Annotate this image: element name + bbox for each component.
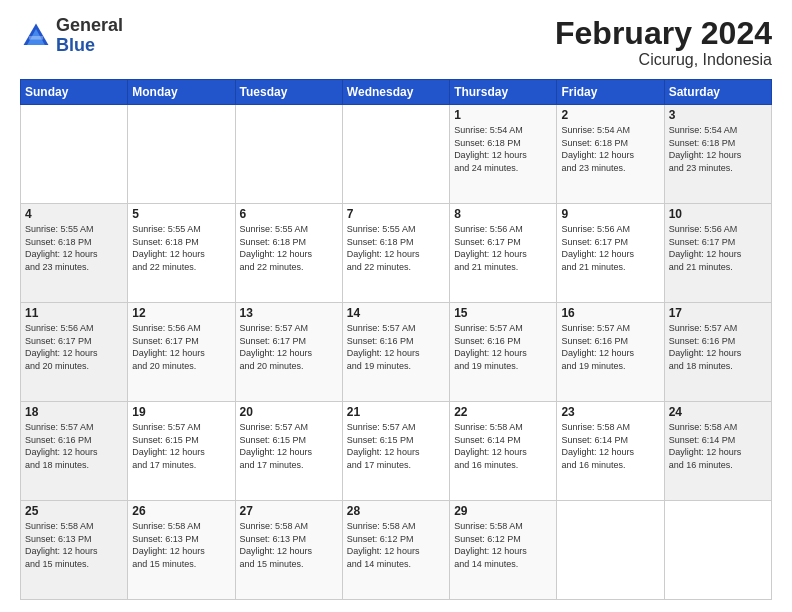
calendar-title: February 2024 (555, 16, 772, 51)
day-info: Sunrise: 5:55 AM Sunset: 6:18 PM Dayligh… (132, 223, 230, 273)
day-info: Sunrise: 5:57 AM Sunset: 6:16 PM Dayligh… (25, 421, 123, 471)
calendar-cell: 15Sunrise: 5:57 AM Sunset: 6:16 PM Dayli… (450, 303, 557, 402)
header-day-saturday: Saturday (664, 80, 771, 105)
day-info: Sunrise: 5:55 AM Sunset: 6:18 PM Dayligh… (25, 223, 123, 273)
calendar-cell: 5Sunrise: 5:55 AM Sunset: 6:18 PM Daylig… (128, 204, 235, 303)
day-info: Sunrise: 5:57 AM Sunset: 6:15 PM Dayligh… (132, 421, 230, 471)
day-info: Sunrise: 5:57 AM Sunset: 6:17 PM Dayligh… (240, 322, 338, 372)
logo-text: General Blue (56, 16, 123, 56)
day-number: 13 (240, 306, 338, 320)
calendar-cell: 28Sunrise: 5:58 AM Sunset: 6:12 PM Dayli… (342, 501, 449, 600)
calendar-cell: 3Sunrise: 5:54 AM Sunset: 6:18 PM Daylig… (664, 105, 771, 204)
calendar-cell: 20Sunrise: 5:57 AM Sunset: 6:15 PM Dayli… (235, 402, 342, 501)
calendar-cell: 12Sunrise: 5:56 AM Sunset: 6:17 PM Dayli… (128, 303, 235, 402)
calendar-cell: 24Sunrise: 5:58 AM Sunset: 6:14 PM Dayli… (664, 402, 771, 501)
day-number: 29 (454, 504, 552, 518)
day-info: Sunrise: 5:57 AM Sunset: 6:16 PM Dayligh… (347, 322, 445, 372)
day-info: Sunrise: 5:56 AM Sunset: 6:17 PM Dayligh… (132, 322, 230, 372)
day-number: 27 (240, 504, 338, 518)
day-info: Sunrise: 5:58 AM Sunset: 6:14 PM Dayligh… (454, 421, 552, 471)
calendar-header: SundayMondayTuesdayWednesdayThursdayFrid… (21, 80, 772, 105)
day-number: 16 (561, 306, 659, 320)
day-info: Sunrise: 5:56 AM Sunset: 6:17 PM Dayligh… (454, 223, 552, 273)
day-info: Sunrise: 5:58 AM Sunset: 6:12 PM Dayligh… (454, 520, 552, 570)
day-info: Sunrise: 5:55 AM Sunset: 6:18 PM Dayligh… (240, 223, 338, 273)
day-number: 22 (454, 405, 552, 419)
day-number: 26 (132, 504, 230, 518)
week-row-5: 25Sunrise: 5:58 AM Sunset: 6:13 PM Dayli… (21, 501, 772, 600)
calendar-cell: 27Sunrise: 5:58 AM Sunset: 6:13 PM Dayli… (235, 501, 342, 600)
calendar-cell: 1Sunrise: 5:54 AM Sunset: 6:18 PM Daylig… (450, 105, 557, 204)
day-number: 5 (132, 207, 230, 221)
calendar-cell: 14Sunrise: 5:57 AM Sunset: 6:16 PM Dayli… (342, 303, 449, 402)
day-info: Sunrise: 5:58 AM Sunset: 6:14 PM Dayligh… (561, 421, 659, 471)
day-number: 18 (25, 405, 123, 419)
day-info: Sunrise: 5:54 AM Sunset: 6:18 PM Dayligh… (669, 124, 767, 174)
header-day-monday: Monday (128, 80, 235, 105)
day-number: 23 (561, 405, 659, 419)
calendar-cell: 7Sunrise: 5:55 AM Sunset: 6:18 PM Daylig… (342, 204, 449, 303)
day-info: Sunrise: 5:58 AM Sunset: 6:13 PM Dayligh… (132, 520, 230, 570)
calendar-cell: 10Sunrise: 5:56 AM Sunset: 6:17 PM Dayli… (664, 204, 771, 303)
header-day-tuesday: Tuesday (235, 80, 342, 105)
logo-blue: Blue (56, 35, 95, 55)
calendar-cell: 21Sunrise: 5:57 AM Sunset: 6:15 PM Dayli… (342, 402, 449, 501)
calendar-table: SundayMondayTuesdayWednesdayThursdayFrid… (20, 79, 772, 600)
calendar-cell (664, 501, 771, 600)
calendar-cell: 23Sunrise: 5:58 AM Sunset: 6:14 PM Dayli… (557, 402, 664, 501)
day-info: Sunrise: 5:55 AM Sunset: 6:18 PM Dayligh… (347, 223, 445, 273)
calendar-cell: 11Sunrise: 5:56 AM Sunset: 6:17 PM Dayli… (21, 303, 128, 402)
day-number: 28 (347, 504, 445, 518)
header-day-sunday: Sunday (21, 80, 128, 105)
day-info: Sunrise: 5:56 AM Sunset: 6:17 PM Dayligh… (25, 322, 123, 372)
calendar-cell (128, 105, 235, 204)
calendar-cell: 16Sunrise: 5:57 AM Sunset: 6:16 PM Dayli… (557, 303, 664, 402)
day-number: 25 (25, 504, 123, 518)
day-number: 24 (669, 405, 767, 419)
calendar-cell: 19Sunrise: 5:57 AM Sunset: 6:15 PM Dayli… (128, 402, 235, 501)
day-info: Sunrise: 5:58 AM Sunset: 6:13 PM Dayligh… (240, 520, 338, 570)
calendar-cell (21, 105, 128, 204)
day-number: 12 (132, 306, 230, 320)
day-number: 10 (669, 207, 767, 221)
calendar-cell: 9Sunrise: 5:56 AM Sunset: 6:17 PM Daylig… (557, 204, 664, 303)
day-number: 1 (454, 108, 552, 122)
week-row-3: 11Sunrise: 5:56 AM Sunset: 6:17 PM Dayli… (21, 303, 772, 402)
title-block: February 2024 Cicurug, Indonesia (555, 16, 772, 69)
header-day-friday: Friday (557, 80, 664, 105)
day-number: 20 (240, 405, 338, 419)
day-info: Sunrise: 5:57 AM Sunset: 6:15 PM Dayligh… (347, 421, 445, 471)
header-day-thursday: Thursday (450, 80, 557, 105)
day-info: Sunrise: 5:58 AM Sunset: 6:12 PM Dayligh… (347, 520, 445, 570)
week-row-2: 4Sunrise: 5:55 AM Sunset: 6:18 PM Daylig… (21, 204, 772, 303)
calendar-body: 1Sunrise: 5:54 AM Sunset: 6:18 PM Daylig… (21, 105, 772, 600)
calendar-cell (557, 501, 664, 600)
calendar-cell: 25Sunrise: 5:58 AM Sunset: 6:13 PM Dayli… (21, 501, 128, 600)
day-number: 3 (669, 108, 767, 122)
calendar-cell: 8Sunrise: 5:56 AM Sunset: 6:17 PM Daylig… (450, 204, 557, 303)
week-row-1: 1Sunrise: 5:54 AM Sunset: 6:18 PM Daylig… (21, 105, 772, 204)
calendar-cell: 29Sunrise: 5:58 AM Sunset: 6:12 PM Dayli… (450, 501, 557, 600)
calendar-cell: 13Sunrise: 5:57 AM Sunset: 6:17 PM Dayli… (235, 303, 342, 402)
day-number: 14 (347, 306, 445, 320)
day-number: 2 (561, 108, 659, 122)
day-number: 8 (454, 207, 552, 221)
logo: General Blue (20, 16, 123, 56)
calendar-cell: 26Sunrise: 5:58 AM Sunset: 6:13 PM Dayli… (128, 501, 235, 600)
calendar-cell: 4Sunrise: 5:55 AM Sunset: 6:18 PM Daylig… (21, 204, 128, 303)
day-number: 17 (669, 306, 767, 320)
page: General Blue February 2024 Cicurug, Indo… (0, 0, 792, 612)
calendar-cell: 6Sunrise: 5:55 AM Sunset: 6:18 PM Daylig… (235, 204, 342, 303)
day-number: 9 (561, 207, 659, 221)
svg-rect-2 (29, 36, 43, 40)
calendar-cell: 17Sunrise: 5:57 AM Sunset: 6:16 PM Dayli… (664, 303, 771, 402)
day-info: Sunrise: 5:56 AM Sunset: 6:17 PM Dayligh… (669, 223, 767, 273)
day-number: 11 (25, 306, 123, 320)
day-number: 7 (347, 207, 445, 221)
calendar-cell (235, 105, 342, 204)
day-info: Sunrise: 5:57 AM Sunset: 6:16 PM Dayligh… (669, 322, 767, 372)
day-number: 19 (132, 405, 230, 419)
day-info: Sunrise: 5:54 AM Sunset: 6:18 PM Dayligh… (454, 124, 552, 174)
day-info: Sunrise: 5:54 AM Sunset: 6:18 PM Dayligh… (561, 124, 659, 174)
header-day-wednesday: Wednesday (342, 80, 449, 105)
